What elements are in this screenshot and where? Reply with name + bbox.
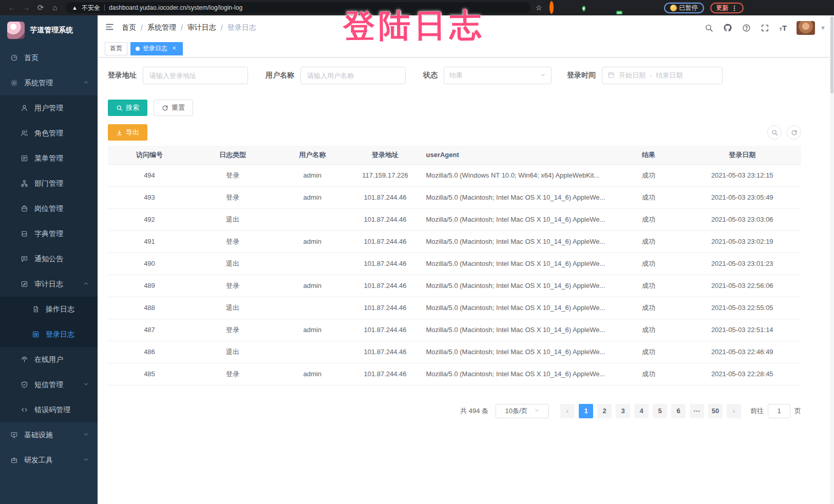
forward-icon[interactable]: → (20, 2, 33, 14)
search-button[interactable]: 搜索 (108, 100, 147, 116)
table-cell (274, 341, 351, 363)
tab-close-icon[interactable]: × (170, 45, 178, 52)
reload-icon[interactable]: ⟳ (34, 2, 47, 14)
sidebar-item-基础设施[interactable]: 基础设施 (0, 422, 98, 448)
sidebar-item-角色管理[interactable]: 角色管理 (0, 121, 98, 146)
bookmark-star-icon[interactable]: ☆ (536, 4, 542, 12)
status-select[interactable]: 结果 (444, 67, 552, 84)
username-input[interactable] (300, 67, 406, 84)
address-bar[interactable]: ▲ 不安全 dashboard.yudao.iocoder.cn/system/… (66, 2, 530, 13)
browser-menu-icon[interactable]: ⋮ (731, 4, 737, 12)
login-address-input[interactable] (143, 67, 248, 84)
table-cell: 成功 (614, 319, 684, 341)
sidebar-item-岗位管理[interactable]: 岗位管理 (0, 196, 98, 221)
paused-profile-chip[interactable]: 已暂停 (664, 3, 704, 13)
table-row: 489登录admin101.87.244.46Mozilla/5.0 (Maci… (108, 275, 801, 297)
reset-button[interactable]: 重置 (154, 100, 193, 116)
page-size-select[interactable]: 10条/页 (496, 404, 549, 418)
date-range-picker[interactable]: 开始日期 - 结束日期 (602, 67, 723, 84)
extension-adblock-icon[interactable]: on (615, 3, 624, 12)
sidebar-item-首页[interactable]: 首页 (0, 45, 98, 70)
sidebar-item-字典管理[interactable]: 字典管理 (0, 221, 98, 246)
table-cell: admin (274, 363, 351, 385)
table-cell: 登录 (191, 186, 274, 208)
breadcrumb-audit[interactable]: 审计日志 (187, 23, 216, 32)
goto-page: 前往 页 (750, 404, 801, 418)
online-icon (21, 356, 28, 363)
page-button[interactable]: 5 (653, 404, 667, 418)
table-cell: 2021-05-03 22:55:05 (684, 297, 802, 319)
sidebar-item-部门管理[interactable]: 部门管理 (0, 171, 98, 196)
table-cell: 退出 (191, 208, 274, 230)
sidebar-logo[interactable]: 芋道管理系统 (0, 15, 98, 45)
help-icon[interactable] (742, 24, 751, 32)
toggle-search-icon[interactable] (767, 125, 782, 140)
extensions-puzzle-icon[interactable] (648, 3, 657, 12)
extension-leaf-icon[interactable] (632, 3, 641, 12)
table-cell: 486 (108, 341, 191, 363)
extension-gem-icon[interactable] (566, 3, 575, 12)
table-cell: admin (274, 186, 351, 208)
header-actions: TT ▼ (705, 21, 834, 35)
home-icon[interactable]: ⌂ (48, 2, 62, 14)
table-cell: Mozilla/5.0 (Macintosh; Intel Mac OS X 1… (420, 253, 614, 275)
tab-home[interactable]: 首页 (105, 42, 127, 55)
update-button[interactable]: 更新 ⋮ (710, 3, 744, 13)
table-cell: 485 (108, 363, 191, 385)
tree-icon (21, 180, 28, 187)
breadcrumb-system[interactable]: 系统管理 (147, 23, 176, 32)
font-size-icon[interactable]: TT (779, 24, 787, 32)
page-button[interactable]: 6 (671, 404, 686, 418)
sidebar-item-登录日志[interactable]: 登录日志 (0, 322, 98, 347)
doc-icon (32, 305, 40, 313)
sidebar-item-短信管理[interactable]: 短信管理 (0, 372, 98, 397)
sidebar-item-审计日志[interactable]: 审计日志 (0, 272, 98, 297)
search-icon (116, 105, 123, 111)
sidebar-item-系统管理[interactable]: 系统管理 (0, 70, 98, 95)
next-page-button[interactable]: › (727, 404, 741, 418)
search-icon[interactable] (705, 24, 713, 32)
page-button[interactable]: 50 (708, 404, 723, 418)
goto-page-input[interactable] (768, 404, 790, 418)
hamburger-icon[interactable] (98, 23, 122, 33)
breadcrumb-home[interactable]: 首页 (122, 23, 136, 32)
tags-view: 首页 登录日志 × (98, 40, 834, 57)
sidebar-item-错误码管理[interactable]: 错误码管理 (0, 397, 98, 422)
badge-icon (21, 205, 28, 212)
page-button[interactable]: 2 (597, 404, 612, 418)
breadcrumb: 首页 / 系统管理 / 审计日志 / 登录日志 (122, 23, 256, 32)
table-cell: 494 (108, 164, 191, 186)
extension-heart-icon[interactable]: ♥ (582, 3, 592, 12)
prev-page-button[interactable]: ‹ (560, 404, 575, 418)
chevron-up (83, 79, 89, 86)
extension-ring-icon[interactable] (549, 3, 559, 12)
sidebar-item-label: 字典管理 (34, 229, 63, 239)
avatar[interactable] (797, 21, 815, 35)
refresh-table-icon[interactable] (787, 125, 801, 140)
message-icon (21, 255, 28, 263)
sidebar-item-操作日志[interactable]: 操作日志 (0, 297, 98, 322)
avatar-caret-icon[interactable]: ▼ (820, 25, 826, 31)
table-tools (767, 125, 801, 140)
table-cell: 2021-05-03 23:03:06 (684, 208, 802, 230)
page-button[interactable]: 3 (616, 404, 630, 418)
sidebar-item-菜单管理[interactable]: 菜单管理 (0, 146, 98, 171)
github-icon[interactable] (723, 23, 732, 32)
sidebar-item-label: 角色管理 (34, 129, 63, 138)
export-button[interactable]: 导出 (108, 124, 147, 141)
extension-grid-icon[interactable] (599, 3, 608, 12)
sidebar-item-通知公告[interactable]: 通知公告 (0, 246, 98, 272)
menu-list-icon (21, 154, 28, 162)
page-scrollbar[interactable] (830, 15, 834, 504)
sidebar-item-研发工具[interactable]: 研发工具 (0, 448, 98, 473)
chevron-up (83, 280, 89, 287)
page-button[interactable]: 4 (634, 404, 649, 418)
tab-login-log[interactable]: 登录日志 × (130, 42, 183, 55)
back-icon[interactable]: ← (5, 2, 18, 14)
sidebar-item-在线用户[interactable]: 在线用户 (0, 347, 98, 372)
fullscreen-icon[interactable] (761, 24, 769, 32)
page-button[interactable]: 1 (579, 404, 593, 418)
sidebar-item-用户管理[interactable]: 用户管理 (0, 95, 98, 121)
scrollbar-thumb[interactable] (830, 16, 833, 93)
pager-ellipsis[interactable]: ··· (690, 404, 704, 418)
